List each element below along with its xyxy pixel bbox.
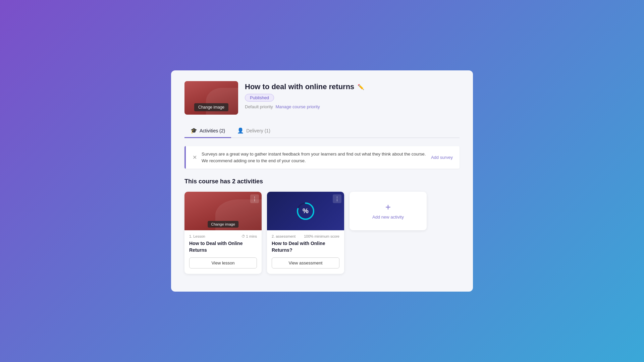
lesson-duration: ⏱ 1 mins: [241, 234, 257, 238]
change-image-button[interactable]: Change image: [194, 103, 228, 111]
add-activity-label: Add new activity: [372, 215, 404, 220]
banner-close-button[interactable]: ✕: [193, 154, 197, 161]
manage-priority-link[interactable]: Manage course priority: [275, 104, 320, 109]
activities-grid: ⋮ Change image 1. Lesson ⏱ 1 mins How to…: [184, 192, 460, 274]
course-title-row: How to deal with online returns ✏️: [245, 82, 460, 91]
activity-card-lesson: ⋮ Change image 1. Lesson ⏱ 1 mins How to…: [184, 192, 262, 274]
activity-card-assessment: % ⋮ 2. assessment 100% minimum score How…: [267, 192, 344, 274]
tab-activities[interactable]: 🎓 Activities (2): [184, 124, 231, 138]
edit-icon[interactable]: ✏️: [358, 84, 364, 90]
main-window: Change image How to deal with online ret…: [171, 70, 473, 292]
lesson-type: 1. Lesson: [189, 234, 205, 238]
tab-delivery[interactable]: 👤 Delivery (1): [231, 124, 276, 138]
course-thumbnail: Change image: [184, 81, 238, 115]
percent-symbol: %: [303, 207, 309, 215]
lesson-card-body: 1. Lesson ⏱ 1 mins How to Deal with Onli…: [184, 230, 262, 274]
add-activity-card[interactable]: + Add new activity: [350, 192, 427, 230]
assessment-title: How to Deal with Online Returns?: [272, 240, 339, 253]
course-header: Change image How to deal with online ret…: [184, 81, 460, 115]
percent-circle: %: [296, 202, 315, 221]
view-assessment-button[interactable]: View assessment: [272, 257, 339, 268]
tab-delivery-label: Delivery (1): [246, 128, 270, 133]
course-title: How to deal with online returns: [245, 82, 354, 91]
lesson-card-image: ⋮ Change image: [184, 192, 262, 230]
banner-text: Surveys are a great way to gather instan…: [202, 151, 426, 164]
assessment-card-menu-button[interactable]: ⋮: [333, 194, 341, 203]
tab-activities-label: Activities (2): [200, 128, 225, 133]
survey-banner: ✕ Surveys are a great way to gather inst…: [184, 146, 460, 169]
status-badge: Published: [245, 94, 274, 102]
tabs-container: 🎓 Activities (2) 👤 Delivery (1): [184, 124, 460, 138]
priority-label: Default priority: [245, 104, 273, 109]
activities-icon: 🎓: [191, 127, 197, 134]
assessment-score: 100% minimum score: [304, 234, 339, 238]
lesson-card-menu-button[interactable]: ⋮: [250, 194, 259, 203]
course-info: How to deal with online returns ✏️ Publi…: [245, 81, 460, 109]
add-activity-icon: +: [385, 202, 391, 212]
assessment-type: 2. assessment: [272, 234, 296, 238]
lesson-meta: 1. Lesson ⏱ 1 mins: [189, 234, 257, 238]
lesson-title: How to Deal with Online Returns: [189, 240, 257, 253]
assessment-meta: 2. assessment 100% minimum score: [272, 234, 339, 238]
clock-icon: ⏱: [241, 234, 245, 238]
section-title: This course has 2 activities: [184, 178, 460, 185]
lesson-change-image-button[interactable]: Change image: [208, 221, 238, 228]
assessment-card-body: 2. assessment 100% minimum score How to …: [267, 230, 344, 274]
add-survey-link[interactable]: Add survey: [431, 155, 453, 160]
delivery-icon: 👤: [237, 127, 244, 134]
assessment-card-image: % ⋮: [267, 192, 344, 230]
view-lesson-button[interactable]: View lesson: [189, 257, 257, 268]
priority-row: Default priority Manage course priority: [245, 104, 460, 109]
